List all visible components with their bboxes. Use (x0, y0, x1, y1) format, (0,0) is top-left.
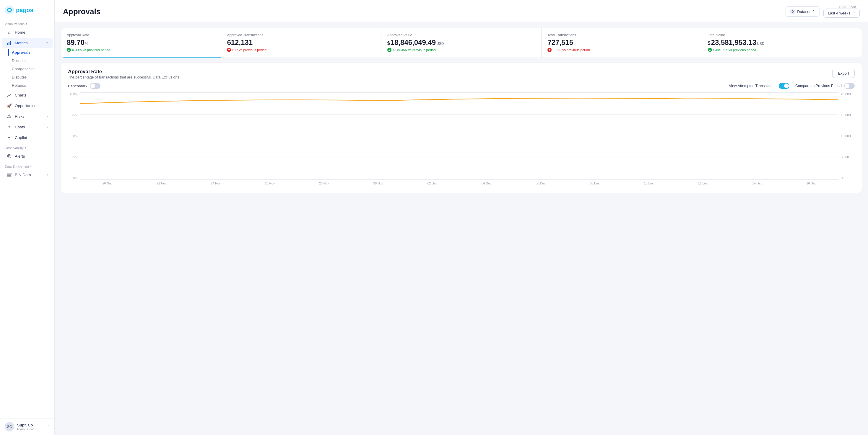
x-label: 26 Nov (243, 181, 297, 185)
stat-change-approval-rate: ▲0.30% vs previous period (67, 48, 215, 52)
data-exclusions-link[interactable]: Data Exclusions (153, 75, 179, 79)
main-header: Approvals 0 Dataset ⌃ Date Range Last 4 … (55, 0, 868, 22)
sidebar-item-declines[interactable]: Declines (8, 57, 54, 65)
copilot-icon: ✦ (6, 135, 12, 140)
visualizations-section: Visualizations ▾ (0, 19, 54, 27)
chart-title-group: Approval Rate The percentage of transact… (68, 69, 179, 79)
stat-label-total-value: Total Value (708, 33, 856, 37)
compare-control: Compare to Previous Period (795, 83, 855, 89)
benchmark-toggle: Benchmark (68, 83, 100, 89)
dataset-badge: 0 (790, 9, 795, 14)
y-axis-right: 20,00015,00010,0005,0000 (838, 92, 855, 187)
chart-subtitle: The percentage of transactions that are … (68, 75, 179, 79)
stat-card-approved-value[interactable]: Approved Value$18,846,049.49USD▲$349.35K… (381, 28, 541, 58)
stat-label-approved-transactions: Approved Transactions (227, 33, 375, 37)
risks-icon (6, 113, 12, 119)
avatar: SC (5, 422, 14, 431)
date-range-box: Date Range Last 4 weeks ⌃ (824, 5, 860, 18)
header-controls: 0 Dataset ⌃ Date Range Last 4 weeks ⌃ (785, 5, 860, 18)
charts-label: Charts (15, 93, 48, 97)
svg-rect-4 (8, 42, 9, 45)
date-range-label: Date Range (839, 5, 860, 8)
svg-point-8 (7, 154, 11, 158)
x-label: 20 Nov (80, 181, 134, 185)
change-text-approved-transactions: 617 vs previous period (232, 48, 267, 52)
metrics-chevron: ▾ (46, 41, 48, 44)
svg-rect-5 (10, 41, 11, 45)
chart-area: 100%75%50%25%0% 20 Nov22 Nov24 Nov26 Nov… (68, 92, 855, 187)
x-label: 24 Nov (189, 181, 243, 185)
x-label: 22 Nov (134, 181, 188, 185)
dataset-button[interactable]: 0 Dataset ⌃ (785, 6, 820, 16)
x-label: 02 Dec (405, 181, 459, 185)
sidebar-footer[interactable]: SC Supr. Co Ryan Burke ⌃ (0, 418, 54, 435)
bin-data-chevron: › (47, 173, 48, 176)
stat-number-approval-rate: 89.70 (67, 38, 85, 46)
stat-change-approved-transactions: ▼617 vs previous period (227, 48, 375, 52)
change-dot-total-value: ▲ (708, 48, 712, 52)
export-button[interactable]: Export (832, 69, 855, 78)
stat-suffix-approval-rate: % (85, 42, 88, 46)
change-text-approved-value: $349.35K vs previous period (393, 48, 436, 52)
date-range-button[interactable]: Last 4 weeks ⌃ (824, 8, 860, 18)
sidebar-item-home[interactable]: ⌂ Home (2, 27, 53, 37)
risks-label: Risks (15, 114, 44, 119)
change-dot-approved-value: ▲ (387, 48, 392, 52)
stat-card-approved-transactions[interactable]: Approved Transactions612,131▼617 vs prev… (221, 28, 381, 58)
chart-section: Approval Rate The percentage of transact… (61, 63, 862, 193)
sidebar-item-bin-data[interactable]: BIN Data › (2, 170, 53, 180)
sidebar-item-refunds[interactable]: Refunds (8, 81, 54, 90)
stat-label-approval-rate: Approval Rate (67, 33, 215, 37)
x-label: 30 Nov (351, 181, 405, 185)
x-label: 06 Dec (514, 181, 567, 185)
bars-row (80, 92, 838, 180)
stat-label-total-transactions: Total Transactions (548, 33, 695, 37)
sidebar-item-approvals[interactable]: Approvals (8, 48, 54, 56)
sidebar-item-charts[interactable]: Charts (2, 90, 53, 100)
sidebar-item-metrics[interactable]: Metrics ▾ (2, 38, 53, 48)
benchmark-switch[interactable] (90, 83, 100, 89)
logo[interactable]: pagos (0, 0, 54, 19)
bars-container: 20 Nov22 Nov24 Nov26 Nov28 Nov30 Nov02 D… (80, 92, 838, 187)
x-labels: 20 Nov22 Nov24 Nov26 Nov28 Nov30 Nov02 D… (80, 180, 838, 187)
charts-icon (6, 92, 12, 98)
x-label: 14 Dec (730, 181, 784, 185)
stat-number-approved-value: 18,846,049.49 (391, 38, 436, 46)
stat-dollar-approved-value: $ (387, 41, 390, 46)
change-dot-approved-transactions: ▼ (227, 48, 231, 52)
stat-value-approval-rate: 89.70% (67, 38, 215, 46)
sidebar-item-costs[interactable]: ✦ Costs › (2, 122, 53, 132)
compare-switch[interactable] (844, 83, 855, 89)
sidebar-item-chargebacks[interactable]: Chargebacks (8, 65, 54, 73)
stat-value-total-value: $23,581,953.13USD (708, 38, 856, 46)
change-dot-total-transactions: ▼ (548, 48, 552, 52)
stat-card-total-value[interactable]: Total Value$23,581,953.13USD▲$384.95K vs… (702, 28, 862, 58)
x-label: 12 Dec (676, 181, 730, 185)
sidebar-item-copilot[interactable]: ✦ Copilot (2, 133, 53, 142)
compare-knob (845, 83, 849, 88)
chart-controls: Benchmark View Attempted Transactions Co… (68, 83, 855, 89)
page-title: Approvals (63, 7, 100, 16)
stat-change-total-transactions: ▼1,929 vs previous period (548, 48, 695, 52)
view-attempted-control: View Attempted Transactions (729, 83, 789, 89)
stat-value-approved-transactions: 612,131 (227, 38, 375, 46)
svg-rect-12 (7, 176, 11, 176)
sidebar-item-opportunities[interactable]: 🚀 Opportunities (2, 101, 53, 111)
stat-card-total-transactions[interactable]: Total Transactions727,515▼1,929 vs previ… (541, 28, 702, 58)
stats-bar: Approval Rate89.70%▲0.30% vs previous pe… (61, 28, 862, 58)
stat-card-approval-rate[interactable]: Approval Rate89.70%▲0.30% vs previous pe… (61, 28, 221, 58)
y-right-label: 20,000 (841, 92, 851, 96)
chart-header: Approval Rate The percentage of transact… (68, 69, 855, 79)
x-label: 28 Nov (297, 181, 351, 185)
user-info: Supr. Co Ryan Burke (17, 423, 34, 431)
copilot-label: Copilot (15, 135, 48, 140)
y-right-label: 15,000 (841, 113, 851, 117)
y-axis-left: 100%75%50%25%0% (68, 92, 80, 187)
sidebar-item-disputes[interactable]: Disputes (8, 73, 54, 81)
view-attempted-switch[interactable] (779, 83, 789, 89)
sidebar-item-alerts[interactable]: Alerts (2, 151, 53, 161)
stat-suffix-approved-value: USD (436, 42, 444, 46)
sidebar-item-risks[interactable]: Risks › (2, 111, 53, 121)
opportunities-label: Opportunities (15, 104, 48, 108)
chart-inner: 100%75%50%25%0% 20 Nov22 Nov24 Nov26 Nov… (68, 92, 855, 187)
